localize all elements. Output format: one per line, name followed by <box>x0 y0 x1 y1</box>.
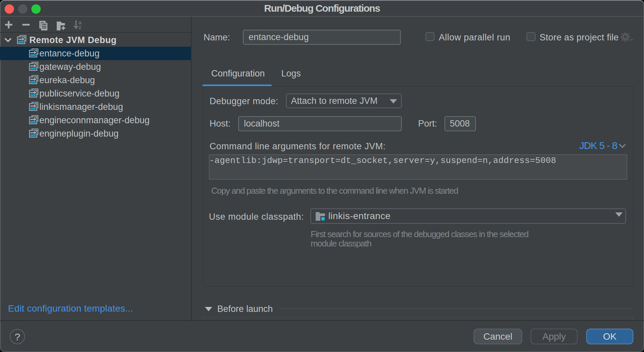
svg-text:z: z <box>79 24 81 30</box>
